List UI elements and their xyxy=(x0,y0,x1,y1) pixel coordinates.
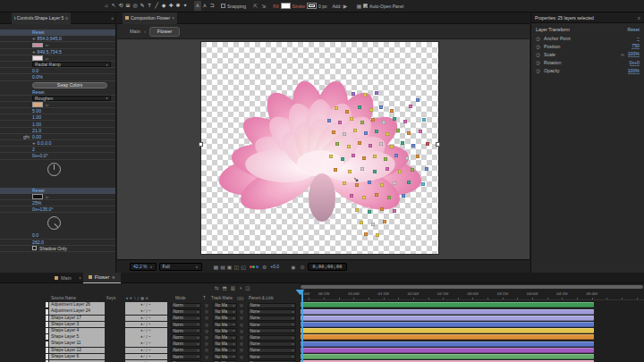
mask-shape-tool-icon[interactable]: ◆ xyxy=(160,1,167,11)
world-axis-mode-icon[interactable]: ⋏ xyxy=(201,1,208,11)
effect-param-value[interactable]: 0x+0.0° xyxy=(32,153,48,158)
track-matte-select[interactable]: No Ma∨ xyxy=(213,322,237,327)
eyedropper-icon[interactable]: ▻ xyxy=(46,55,49,61)
breadcrumb-root[interactable]: Main xyxy=(130,29,140,34)
playhead-line[interactable] xyxy=(301,290,303,362)
layer-switches[interactable]: ♦∕ƒ▪ xyxy=(125,302,167,308)
layer-color-chip[interactable] xyxy=(46,316,48,321)
layer-row[interactable]: Adjustment Layer 24♦∕ƒ▪Norm∨◎No Ma∨◎None… xyxy=(0,308,300,315)
time-ruler[interactable]: 0:00f00:15f01:00f01:15f02:00f02:15f03:00… xyxy=(300,290,644,300)
parent-link-select[interactable]: None∨ xyxy=(248,303,296,308)
layer-row[interactable]: Shape Layer 12♦∕ƒ▪Norm∨◎No Ma∨◎None∨ xyxy=(0,347,300,353)
parent-pickwhip-icon[interactable]: ◎ xyxy=(240,355,243,359)
composition-canvas[interactable]: ↘ xyxy=(201,42,438,254)
pen-tool-icon[interactable]: ✎ xyxy=(139,1,146,11)
matte-toggle-icon[interactable]: ◎ xyxy=(205,348,208,352)
left-edge-handle[interactable] xyxy=(199,142,203,147)
effect-point-value[interactable]: 0.0,0.0 xyxy=(38,140,52,146)
color-management-gear-icon[interactable]: ⚙ xyxy=(262,264,267,270)
parent-link-select[interactable]: None∨ xyxy=(248,309,296,315)
layer-duration-bar[interactable] xyxy=(301,322,594,327)
stroke-width-value[interactable]: 0 px xyxy=(318,4,326,9)
effect-param-value[interactable]: 0.0 xyxy=(32,68,38,73)
layer-name[interactable]: Shape Layer 4 xyxy=(49,328,105,334)
layer-switches[interactable]: ♦∕ƒ▪ xyxy=(125,328,167,334)
layer-row[interactable]: Shape Layer 4♦∕ƒ▪Norm∨◎No Ma∨◎None∨ xyxy=(0,328,300,334)
layer-name[interactable]: Shape Layer 6 xyxy=(49,354,105,360)
brush-tool-icon[interactable]: ✚ xyxy=(167,1,174,11)
region-of-interest-icon[interactable]: ▣ xyxy=(227,264,233,270)
layer-name[interactable]: Shape Layer 5 xyxy=(49,334,105,341)
tab-flower[interactable]: Flower ≡ xyxy=(83,273,121,283)
crosshair-icon[interactable]: + xyxy=(32,36,36,41)
layer-color-chip[interactable] xyxy=(46,302,48,307)
composition-tab[interactable]: Composition Flower × xyxy=(123,13,177,24)
grid-guides-icon[interactable]: ◫ xyxy=(234,264,240,270)
effect-param-value[interactable]: 5.00 xyxy=(32,108,41,114)
layer-color-chip[interactable] xyxy=(46,348,48,353)
puppet-pin-tool-icon[interactable]: ✦ xyxy=(182,1,189,11)
parent-link-select[interactable]: None∨ xyxy=(248,335,296,341)
snapshot-camera-icon[interactable]: ◉ xyxy=(291,264,295,270)
layer-color-chip[interactable] xyxy=(46,309,48,315)
parent-link-select[interactable]: None∨ xyxy=(248,316,296,321)
timeline-track-area[interactable]: 0:00f00:15f01:00f01:15f02:00f02:15f03:00… xyxy=(300,283,644,362)
zoom-tool-icon[interactable]: ◎ xyxy=(131,1,139,11)
layer-color-chip[interactable] xyxy=(46,322,48,327)
layer-switches[interactable]: ♦∕ƒ▪ xyxy=(125,334,167,341)
column-mode[interactable]: Mode xyxy=(175,296,186,300)
effect-point-value[interactable]: 854.0,645.0 xyxy=(38,36,62,41)
eyedropper-icon[interactable]: ▻ xyxy=(46,102,49,107)
playhead-marker[interactable] xyxy=(296,290,305,295)
rotation-dial[interactable] xyxy=(47,216,61,230)
effect-dropdown[interactable]: Radial Ramp∨ xyxy=(32,62,111,67)
graph-editor-icon[interactable]: ◳ xyxy=(245,285,250,290)
crosshair-icon[interactable]: + xyxy=(32,49,36,55)
composition-tab-close-icon[interactable]: × xyxy=(172,15,174,21)
clone-stamp-tool-icon[interactable]: ✱ xyxy=(174,1,182,11)
blend-mode-select[interactable]: Norm∨ xyxy=(171,316,201,321)
layer-name[interactable]: Shape Layer 11 xyxy=(49,341,105,347)
column-keys[interactable]: Keys xyxy=(106,296,115,300)
stopwatch-icon[interactable]: ◷ xyxy=(536,44,544,49)
layer-name[interactable]: Shape Layer 3 xyxy=(49,322,105,328)
layer-switches[interactable]: ♦∕ƒ▪ xyxy=(125,316,167,322)
matte-toggle-icon[interactable]: ◎ xyxy=(205,303,208,307)
layer-switches[interactable]: ♦∕ƒ▪ xyxy=(125,354,167,360)
transform-reset-link[interactable]: Reset xyxy=(627,27,640,32)
effect-param-value[interactable]: 1.00 xyxy=(32,122,41,127)
home-tool-icon[interactable]: ⌂ xyxy=(103,1,110,11)
layer-duration-bar[interactable] xyxy=(301,309,594,315)
selection-tool-icon[interactable]: ↖ xyxy=(110,1,117,11)
property-value[interactable]: 100% xyxy=(628,68,640,74)
magnification-select[interactable]: 42.2 % ∨ xyxy=(130,263,157,271)
current-view-icon[interactable]: ◱ xyxy=(241,264,246,270)
add-play-icon[interactable]: ▶ xyxy=(343,3,348,9)
timeline-scrollbar[interactable] xyxy=(301,285,643,289)
effect-point-value[interactable]: 849.5,734.5 xyxy=(38,49,62,55)
layer-row[interactable]: Shape Layer 5♦∕ƒ▪Norm∨◎No Ma∨◎None∨ xyxy=(0,334,300,341)
track-matte-select[interactable]: No Ma∨ xyxy=(213,309,237,315)
layer-row[interactable]: Shape Layer 3♦∕ƒ▪Norm∨◎No Ma∨◎None∨ xyxy=(0,322,300,328)
lotus-flower-artwork[interactable] xyxy=(201,42,438,254)
blend-mode-select[interactable]: Norm∨ xyxy=(171,328,201,333)
shadow-only-checkbox[interactable] xyxy=(32,246,37,250)
layer-name[interactable]: Adjustment Layer 24 xyxy=(49,308,105,315)
parent-link-select[interactable]: None∨ xyxy=(248,354,296,359)
mini-flowchart-icon[interactable]: ⇆ xyxy=(215,285,219,290)
layer-duration-bar[interactable] xyxy=(301,341,594,347)
effect-param-value[interactable]: 1.00 xyxy=(32,114,41,120)
draft-3d-icon[interactable]: ⬒ xyxy=(223,285,227,290)
snapping-checkbox[interactable] xyxy=(221,4,225,8)
stopwatch-icon[interactable]: ◷ xyxy=(536,60,544,65)
tab-main[interactable]: Main xyxy=(49,273,77,283)
layer-color-chip[interactable] xyxy=(46,334,48,340)
layer-color-chip[interactable] xyxy=(46,341,48,347)
layer-duration-bar[interactable] xyxy=(301,302,594,307)
tab-overflow-icon[interactable]: » xyxy=(111,15,114,21)
panel-menu-icon[interactable]: ≡ xyxy=(65,15,68,21)
show-snapshot-icon[interactable]: ⊙ xyxy=(300,264,304,270)
track-matte-select[interactable]: No Ma∨ xyxy=(213,303,237,308)
effect-param-value[interactable]: 0.0% xyxy=(32,74,43,80)
column-parent-link[interactable]: Parent & Link xyxy=(249,296,274,300)
